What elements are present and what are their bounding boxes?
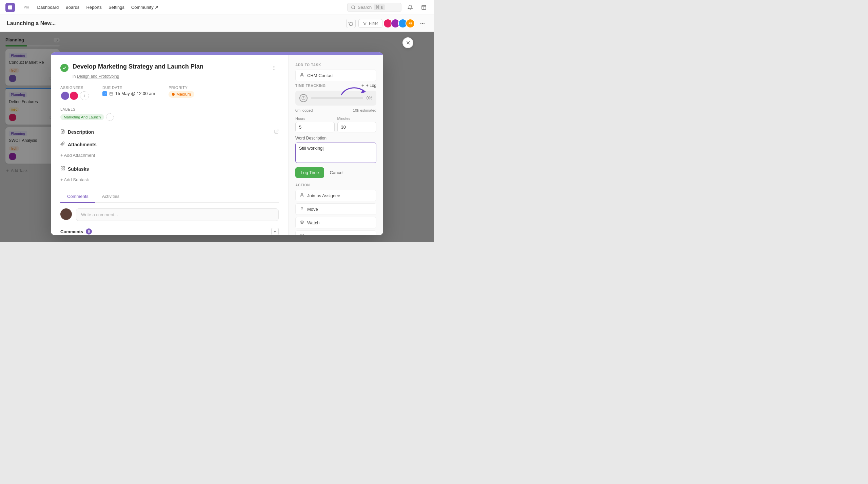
due-date-meta: Due Date 15 May @ 12:00 am bbox=[102, 86, 155, 100]
labels-meta-label: Labels bbox=[60, 107, 279, 111]
hours-input[interactable] bbox=[295, 122, 335, 132]
add-assignee-button[interactable]: + bbox=[80, 91, 89, 100]
checkbox-check-icon bbox=[103, 92, 106, 95]
edit-description-button[interactable] bbox=[274, 129, 279, 135]
pro-label: Pro bbox=[24, 5, 29, 9]
svg-point-26 bbox=[301, 193, 302, 195]
minutes-input[interactable] bbox=[337, 122, 377, 132]
task-complete-icon[interactable] bbox=[60, 64, 68, 72]
word-desc-input[interactable] bbox=[295, 143, 376, 163]
assignees-label: Assignees bbox=[60, 86, 89, 90]
subtasks-icon bbox=[60, 166, 65, 172]
filter-button[interactable]: Filter bbox=[358, 19, 382, 28]
log-time-button[interactable]: Log Time bbox=[295, 167, 324, 178]
app-logo[interactable] bbox=[5, 3, 15, 12]
task-modal: Develop Marketing Strategy and Launch Pl… bbox=[51, 52, 383, 235]
cover-icon bbox=[299, 234, 304, 235]
watch-button[interactable]: Watch bbox=[295, 217, 376, 228]
svg-point-3 bbox=[422, 23, 422, 23]
add-subtask-label: + Add Subtask bbox=[60, 177, 89, 182]
eye-icon bbox=[300, 220, 304, 224]
clock-icon bbox=[299, 94, 308, 102]
person-add-icon bbox=[300, 193, 304, 197]
nav-settings[interactable]: Settings bbox=[108, 5, 124, 10]
nav-community[interactable]: Community ↗ bbox=[131, 5, 158, 10]
board-header: Launching a New... Filter +9 bbox=[0, 15, 434, 32]
tab-comments[interactable]: Comments bbox=[60, 190, 95, 203]
add-attachment-link[interactable]: + Add Attachment bbox=[60, 151, 279, 159]
svg-point-0 bbox=[352, 5, 355, 8]
change-cover-button[interactable]: Change Cover bbox=[295, 230, 376, 235]
svg-point-9 bbox=[274, 68, 274, 68]
attachments-title: Attachments bbox=[60, 142, 279, 147]
minutes-input-group: Minutes bbox=[337, 116, 377, 132]
checkmark-icon bbox=[62, 66, 67, 70]
tab-activities[interactable]: Activities bbox=[95, 190, 126, 202]
progress-bar-track bbox=[311, 97, 363, 99]
nav-links: Dashboard Boards Reports Settings Commun… bbox=[37, 5, 159, 10]
more-options-button[interactable] bbox=[418, 19, 427, 28]
due-date-text: 15 May @ 12:00 am bbox=[115, 91, 155, 96]
modal-more-button[interactable] bbox=[269, 63, 279, 73]
nav-boards[interactable]: Boards bbox=[65, 5, 79, 10]
avatar-count[interactable]: +9 bbox=[406, 19, 415, 28]
close-button[interactable]: ✕ bbox=[402, 37, 413, 48]
refresh-button[interactable] bbox=[346, 19, 356, 28]
svg-point-21 bbox=[301, 73, 302, 75]
cancel-log-button[interactable]: Cancel bbox=[327, 167, 346, 178]
log-time-link[interactable]: + Log bbox=[361, 83, 376, 88]
move-icon bbox=[299, 206, 304, 212]
description-svg-icon bbox=[60, 129, 65, 134]
action-section: ACTION Join as Assignee Move bbox=[295, 183, 376, 235]
word-desc-label: Word Description bbox=[295, 136, 376, 141]
edit-icon-svg bbox=[274, 129, 279, 134]
action-label: ACTION bbox=[295, 183, 376, 187]
nav-dashboard[interactable]: Dashboard bbox=[37, 5, 59, 10]
notifications-bell[interactable] bbox=[406, 3, 415, 12]
assignee-2 bbox=[69, 91, 79, 100]
comment-input[interactable]: Write a comment... bbox=[76, 208, 279, 221]
search-icon bbox=[351, 5, 356, 10]
due-date-value: 15 May @ 12:00 am bbox=[102, 91, 155, 96]
join-assignee-label: Join as Assignee bbox=[307, 193, 340, 198]
time-inputs: Hours Minutes bbox=[295, 116, 376, 132]
add-attachment-label: + Add Attachment bbox=[60, 153, 95, 158]
person-icon bbox=[300, 73, 304, 77]
crm-contact-button[interactable]: CRM Contact bbox=[295, 70, 376, 81]
add-label-button[interactable]: + bbox=[106, 113, 114, 121]
search-bar[interactable]: Search ⌘ k bbox=[347, 3, 401, 12]
task-title: Develop Marketing Strategy and Launch Pl… bbox=[73, 63, 265, 70]
crm-contact-label: CRM Contact bbox=[307, 73, 334, 78]
svg-point-8 bbox=[274, 66, 274, 67]
time-log-actions: Log Time Cancel bbox=[295, 167, 376, 178]
add-subtask-link[interactable]: + Add Subtask bbox=[60, 176, 279, 184]
nav-reports[interactable]: Reports bbox=[86, 5, 102, 10]
description-icon bbox=[60, 129, 65, 135]
comment-input-area: Write a comment... bbox=[60, 208, 279, 221]
modal-sidebar: ADD TO TASK CRM Contact TIME TRACKING bbox=[288, 55, 383, 235]
labels-row: Marketing And Launch + bbox=[60, 113, 279, 121]
search-shortcut: ⌘ k bbox=[374, 4, 385, 10]
move-button[interactable]: Move bbox=[295, 203, 376, 215]
priority-pill[interactable]: Medium bbox=[169, 91, 194, 98]
meta-row: Assignees + Due Date bbox=[60, 86, 279, 100]
filter-label: Filter bbox=[369, 21, 378, 26]
svg-rect-29 bbox=[300, 234, 303, 235]
modal-tabs: Comments Activities bbox=[60, 190, 279, 203]
minutes-label: Minutes bbox=[337, 116, 377, 120]
priority-meta: Priority Medium bbox=[169, 86, 194, 100]
expand-icon[interactable] bbox=[419, 3, 429, 12]
time-tracking-section: TIME TRACKING + Log bbox=[295, 83, 376, 178]
location-link[interactable]: Design and Prototyping bbox=[77, 74, 119, 79]
clock-svg-icon bbox=[301, 96, 305, 100]
more-icon bbox=[271, 65, 277, 71]
add-to-task-label: ADD TO TASK bbox=[295, 63, 376, 67]
modal-wrapper: ✕ Develop Marketing Strategy and Launch … bbox=[25, 42, 409, 239]
comments-chevron[interactable]: ▼ bbox=[271, 228, 279, 235]
svg-point-5 bbox=[421, 23, 421, 23]
attachments-label: Attachments bbox=[68, 142, 97, 147]
top-navigation: Pro Dashboard Boards Reports Settings Co… bbox=[0, 0, 434, 15]
time-tracking-label: TIME TRACKING bbox=[295, 84, 326, 88]
due-date-checkbox[interactable] bbox=[102, 91, 107, 96]
join-assignee-button[interactable]: Join as Assignee bbox=[295, 190, 376, 201]
